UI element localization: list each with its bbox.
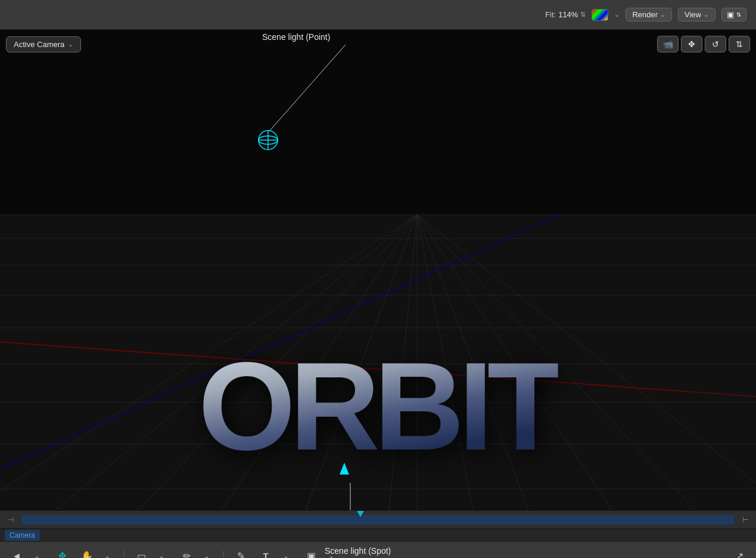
paint-tool-button[interactable]: ✎ xyxy=(231,548,250,559)
bottom-toolbar: ◄ ✥ ✋ ▭ ✏ ✎ T ▣ xyxy=(0,541,756,558)
orbit-tool-button[interactable]: ✥ xyxy=(52,548,71,559)
svg-rect-1 xyxy=(0,215,756,510)
svg-line-13 xyxy=(119,215,417,510)
svg-line-20 xyxy=(417,215,626,510)
orbit-tool-icon: ✥ xyxy=(58,550,66,558)
move-view-button[interactable]: ✥ xyxy=(681,36,702,52)
top-toolbar: Fit: 114% ⇅ ⌄ Render View ▣ ⇅ xyxy=(0,0,756,30)
shape-tool-button[interactable]: ▭ xyxy=(132,548,151,559)
layout-dropdown-icon: ⇅ xyxy=(736,11,741,18)
toolbar-right-group: Fit: 114% ⇅ ⌄ Render View ▣ ⇅ xyxy=(545,8,746,21)
orbit-text: ORBIT xyxy=(198,350,558,463)
fit-label: Fit: xyxy=(545,10,556,19)
svg-line-24 xyxy=(0,215,560,483)
svg-point-25 xyxy=(259,131,278,150)
shape-tool-dropdown[interactable] xyxy=(152,548,171,559)
svg-line-23 xyxy=(0,340,756,396)
camera-selector[interactable]: Active Camera xyxy=(6,36,81,52)
pen-tool-dropdown[interactable] xyxy=(197,548,216,559)
camera-view-button[interactable]: 📹 xyxy=(657,36,679,52)
timeline-section: ⊣ ⊢ Camera ◄ ✥ ✋ ▭ ✏ xyxy=(0,510,756,558)
layout-button[interactable]: ▣ ⇅ xyxy=(721,8,746,21)
svg-line-15 xyxy=(298,215,417,510)
arrow-tool-button[interactable]: ◄ xyxy=(7,548,26,559)
rotate-icon: ↺ xyxy=(712,39,719,49)
render-dropdown[interactable]: Render xyxy=(626,8,672,21)
expand-icon: ↗ xyxy=(736,550,743,558)
text-tool-group: T xyxy=(256,548,295,559)
svg-point-26 xyxy=(259,136,278,144)
expand-button[interactable]: ↗ xyxy=(730,548,749,559)
tool-separator-1 xyxy=(124,550,125,559)
svg-line-21 xyxy=(417,215,715,510)
viewport-wrapper: ORBIT Active Camera 📹 ✥ ↺ ⇅ Scene li xyxy=(0,30,756,510)
camera-track-label: Camera xyxy=(5,530,40,541)
camera-row: Active Camera 📹 ✥ ↺ ⇅ xyxy=(6,36,750,52)
svg-line-30 xyxy=(269,45,346,131)
fit-value: 114% xyxy=(558,10,578,19)
adjust-icon: ⇅ xyxy=(736,39,743,49)
fit-stepper-icon[interactable]: ⇅ xyxy=(580,11,586,18)
svg-line-11 xyxy=(0,215,417,510)
timeline-bar: ⊣ ⊢ xyxy=(0,510,756,528)
pen-tool-group: ✏ xyxy=(177,548,216,559)
viewport-controls: 📹 ✥ ↺ ⇅ xyxy=(657,36,750,52)
hand-tool-dropdown[interactable] xyxy=(98,548,117,559)
move-icon: ✥ xyxy=(688,39,695,49)
rotate-view-button[interactable]: ↺ xyxy=(705,36,726,52)
canvas-3d[interactable]: ORBIT Active Camera 📹 ✥ ↺ ⇅ Scene li xyxy=(0,30,756,510)
svg-rect-0 xyxy=(0,30,756,280)
arrow-tool-group: ◄ xyxy=(7,548,46,559)
text-tool-dropdown[interactable] xyxy=(276,548,295,559)
orbit-text-container: ORBIT xyxy=(0,350,756,463)
text-tool-button[interactable]: T xyxy=(256,548,275,559)
color-picker-button[interactable] xyxy=(592,9,608,21)
box-tool-button[interactable]: ▣ xyxy=(301,548,321,559)
svg-line-18 xyxy=(417,215,477,510)
svg-line-12 xyxy=(30,215,417,510)
shape-tool-group: ▭ xyxy=(132,548,171,559)
timeline-left-button[interactable]: ⊣ xyxy=(5,514,17,526)
adjust-view-button[interactable]: ⇅ xyxy=(729,36,750,52)
timeline-right-button[interactable]: ⊢ xyxy=(739,514,751,526)
box-tool-group: ▣ xyxy=(301,548,341,559)
svg-line-14 xyxy=(209,215,417,510)
arrow-tool-dropdown[interactable] xyxy=(27,548,46,559)
hand-tool-group: ✋ xyxy=(77,548,117,559)
svg-marker-29 xyxy=(340,463,349,475)
svg-line-16 xyxy=(387,215,417,510)
timeline-track[interactable] xyxy=(21,515,735,525)
svg-line-22 xyxy=(417,215,756,510)
pen-tool-button[interactable]: ✏ xyxy=(177,548,196,559)
svg-line-19 xyxy=(417,215,536,510)
timeline-playhead xyxy=(357,511,364,517)
hand-tool-button[interactable]: ✋ xyxy=(77,548,97,559)
layout-icon: ▣ xyxy=(727,10,734,19)
camera-view-icon: 📹 xyxy=(663,39,673,49)
track-label-row: Camera xyxy=(0,528,756,541)
fit-control: Fit: 114% ⇅ xyxy=(545,10,586,19)
tool-separator-2 xyxy=(223,550,224,559)
scene-svg xyxy=(0,30,756,510)
box-tool-dropdown[interactable] xyxy=(322,548,341,559)
view-dropdown[interactable]: View xyxy=(678,8,715,21)
color-dropdown-icon[interactable]: ⌄ xyxy=(614,11,620,18)
